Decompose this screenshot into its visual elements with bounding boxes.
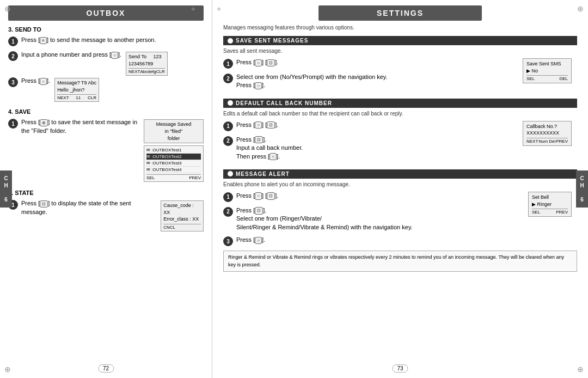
right-page-title: SETTINGS (318, 5, 482, 21)
key-al-3: ○ (255, 237, 262, 244)
step-al-2-text: Press [⊡].Select one from (Ringer/Vibrat… (236, 206, 524, 231)
reg-mark-bl: ⊕ (4, 365, 11, 374)
callback-screen: Callback No.? XXXXXXXXXX NEXT Num Del PR… (523, 121, 572, 146)
step-cb-2: 2 Press [⊡].Input a call back number.The… (223, 136, 518, 161)
key-icon-ok2: ○ (111, 52, 118, 59)
btn-sms-sel: SEL (526, 76, 535, 81)
note-text: Ringer & Remind or Vibrate & Remind ring… (228, 254, 564, 267)
step-sendto-3-text: Press [○]. (21, 77, 50, 85)
message-screen-col: Message? T9 Abc Hello _jhon? NEXT 11 CLR (54, 77, 99, 103)
row-icon-4: ✉ (146, 167, 150, 172)
key-icon-state: ⊡ (40, 200, 48, 208)
key-cb-2b: ○ (270, 153, 277, 160)
right-page-subtitle: Manages messaging features through vario… (223, 24, 577, 32)
btn-cncl: CNCL (163, 225, 175, 230)
msg-content: Hello _jhon? (57, 87, 96, 94)
sms-buttons: SEL DEL (526, 75, 568, 81)
message-saved-screen: Message Saved in "filed" folder (144, 119, 204, 143)
key-icon-menu: ≡ (40, 37, 47, 44)
msg-saved-line2: in "filed" (146, 128, 201, 135)
save-sent-steps: 1 Press [○] [⊡]. 2 Select one from (No/Y… (223, 58, 577, 94)
ch-label-right: CH6 (578, 175, 586, 203)
key-ss-1a: ○ (255, 59, 262, 66)
cause-screen: Cause_code : XX Error_class : XX CNCL (161, 200, 204, 231)
chapter-tab-right: CH6 (576, 170, 588, 208)
key-al-1a: ○ (255, 192, 262, 199)
step-al-2: 2 Press [⊡].Select one from (Ringer/Vibr… (223, 206, 524, 231)
send-to-header: Send To 123 (128, 53, 165, 60)
section-callback: DEFAULT CALL BACK NUMBER (223, 99, 577, 108)
cause-line1: Cause_code : XX (163, 202, 201, 216)
step-al-1: 1 Press [○] [⊡]. (223, 192, 524, 202)
sms-title: Save Sent SMS (526, 60, 568, 68)
section-alert-title: MESSAGE ALERT (236, 171, 290, 177)
btn-prev: PREV (189, 175, 201, 180)
outbox-row-2: ✉ :OUTBOXTest2 (146, 154, 201, 160)
right-page-number: 73 (392, 364, 408, 373)
step-state-1: 1 Press [⊡] to display the state of the … (8, 199, 156, 216)
step-sendto-3-row: 3 Press [○]. Message? T9 Abc Hello _jhon… (8, 77, 204, 103)
key-al-2: ⊡ (255, 207, 263, 214)
step-sendto-1-text: Press [≡] to send the message to another… (21, 36, 204, 44)
save-screens-col: Message Saved in "filed" folder ✉ :OUTBO… (144, 118, 204, 184)
step-al-1-num: 1 (223, 192, 233, 202)
step-ss-2-num: 2 (223, 74, 233, 83)
key-cb-2a: ⊡ (255, 136, 263, 143)
callback-title: Callback No.? (526, 123, 568, 130)
ch-label-left: CH6 (2, 175, 10, 203)
btn-sms-del: DEL (559, 76, 568, 81)
msg-saved-line1: Message Saved (146, 121, 201, 128)
step-sendto-2: 2 Input a phone number and press [○]. (8, 51, 121, 61)
cause-screen-col: Cause_code : XX Error_class : XX CNCL (161, 199, 204, 233)
right-page: + ⊕ ⊕ CH6 SETTINGS Manages messaging fea… (212, 0, 588, 378)
row-icon-1: ✉ (146, 148, 150, 153)
sms-option: ▶ No (526, 68, 568, 75)
section-send-to-title: 3. SEND TO (8, 26, 204, 33)
step-sendto-1-num: 1 (8, 36, 18, 46)
section-callback-title: DEFAULT CALL BACK NUMBER (236, 100, 332, 106)
section-save-title: 4. SAVE (8, 108, 204, 115)
left-page: ⊕ + ⊕ CH6 OUTBOX 3. SEND TO 1 Press [≡] … (0, 0, 212, 378)
callback-subtitle: Edits a default call back number so that… (223, 110, 577, 118)
key-icon-save: ⊕ (40, 119, 48, 126)
msg-saved-line3: folder (146, 135, 201, 142)
save-sent-sms-screen: Save Sent SMS ▶ No SEL DEL (523, 58, 572, 83)
step-save-1-col: 1 Press [⊕] to save the sent text messag… (8, 118, 139, 139)
step-ss-1-num: 1 (223, 59, 233, 69)
key-icon-ok3: ○ (40, 78, 47, 85)
step-sendto-2-text: Input a phone number and press [○]. (21, 51, 121, 59)
row-icon-2: ✉ (146, 154, 150, 159)
step-ss-1-text: Press [○] [⊡]. (236, 58, 518, 66)
step-al-3-text: Press [○]. (236, 236, 577, 244)
step-ss-1: 1 Press [○] [⊡]. (223, 58, 518, 69)
btn-abcdefg: Abcdefg (140, 69, 156, 74)
step-save-1-text: Press [⊕] to save the sent text message … (21, 118, 139, 135)
bell-buttons: SEL PREV (532, 209, 568, 215)
alert-subtitle: Enables phone to alert you of an incomin… (223, 181, 577, 188)
reg-mark-tr: + (191, 4, 195, 13)
step-sendto-3: 3 Press [○]. (8, 77, 50, 87)
btn-clr: CLR (156, 69, 165, 74)
step-cb-1-num: 1 (223, 121, 233, 131)
step-save-1: 1 Press [⊕] to save the sent text messag… (8, 118, 139, 135)
callback-number: XXXXXXXXXX (526, 130, 568, 137)
btn-bell-sel: SEL (532, 210, 540, 215)
section-message-alert: MESSAGE ALERT (223, 169, 577, 179)
send-to-screen-col: Send To 123 123456789 NEXT Abcdefg CLR (126, 51, 168, 77)
step-state-1-text: Press [⊡] to display the state of the se… (21, 199, 156, 216)
save-sent-screen-col: Save Sent SMS ▶ No SEL DEL (523, 58, 577, 83)
step-save-1-num: 1 (8, 119, 18, 129)
step-state-1-col: 1 Press [⊡] to display the state of the … (8, 199, 156, 221)
btn-bell-prev: PREV (556, 210, 568, 215)
cause-buttons: CNCL (163, 224, 201, 230)
step-ss-2-text: Select one from (No/Yes/Prompt) with the… (236, 73, 518, 90)
message-screen: Message? T9 Abc Hello _jhon? NEXT 11 CLR (54, 78, 99, 102)
btn-next2: NEXT (57, 95, 69, 100)
btn-cb-num: Num Del (538, 139, 555, 144)
msg-buttons: NEXT 11 CLR (57, 94, 96, 100)
step-save-1-row: 1 Press [⊕] to save the sent text messag… (8, 118, 204, 184)
alert-steps: 1 Press [○] [⊡]. 2 Press [⊡].Select one … (223, 192, 577, 236)
section-save-sent-title: SAVE SENT MESSAGES (236, 38, 308, 44)
key-al-1b: ⊡ (267, 192, 275, 199)
step-cb-1: 1 Press [○] [⊡]. (223, 121, 518, 131)
